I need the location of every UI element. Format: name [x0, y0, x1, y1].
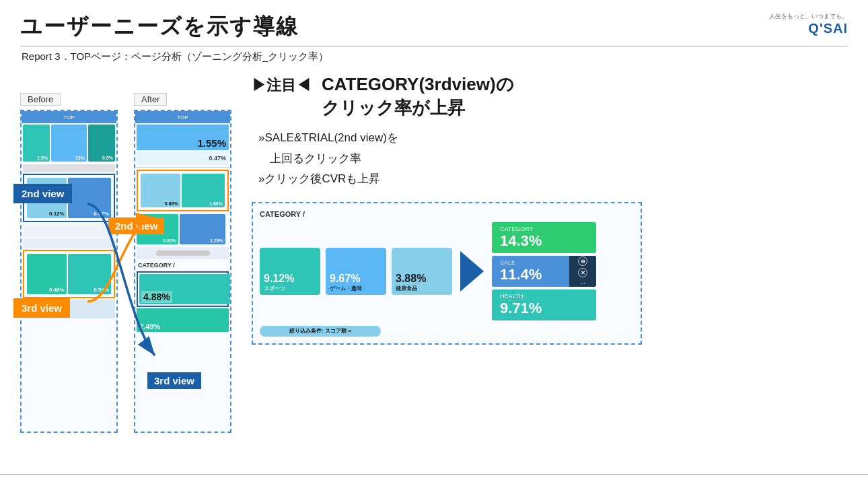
sub-insight-1: »SALE&TRIAL(2nd view)を: [258, 128, 848, 149]
before-block-1c: 0.5%: [88, 125, 115, 162]
before-phone: TOP 1.9% 13% 0.5%: [20, 110, 118, 433]
after-2nd-view-label: 2nd view: [108, 217, 164, 234]
after-top-bar: TOP: [135, 111, 230, 123]
after-category-label: CATEGORY /: [135, 261, 230, 270]
content-area: Before TOP 1.9% 13%: [20, 73, 848, 433]
sub-insights: »SALE&TRIAL(2nd view)を 上回るクリック率 »クリック後CV…: [258, 128, 848, 190]
category-result-row: 9.12% スポーツ 9.67% ゲーム・趣味 3.88% 健康食品: [260, 222, 634, 320]
result-health: HEALTH 9.71%: [492, 289, 596, 320]
after-2nd-a: 0.88%: [141, 174, 180, 207]
after-sale-block: 1.55%: [137, 125, 229, 150]
cat-item-2: 9.67% ゲーム・趣味: [326, 248, 386, 295]
after-label: After: [134, 93, 167, 106]
main-insight-block: CATEGORY(3rdview)のクリック率が上昇: [322, 73, 514, 120]
results-column: CATEGORY 14.3% SALE 11.4%: [492, 222, 596, 320]
cat-pct-1: 9.12%: [264, 273, 294, 285]
before-nav-bar: [23, 164, 115, 172]
logo-caption: 人生をもっと、いつまでも。: [769, 12, 848, 21]
bottom-line: [0, 474, 868, 475]
before-block-1b: 13%: [51, 125, 87, 162]
cat-item-1: 9.12% スポーツ: [260, 248, 320, 295]
before-3rd-a: 0.48%: [27, 254, 67, 294]
after-2nd-b: 1.86%: [182, 174, 225, 207]
main-insight-text: CATEGORY(3rdview)のクリック率が上昇: [322, 73, 514, 120]
cat-pct-2: 9.67%: [330, 273, 360, 285]
before-label: Before: [20, 93, 61, 106]
sale-overlay: ⊖ ✕ …: [569, 256, 596, 287]
before-3rd-b: 0.54%: [68, 254, 111, 294]
subtitle: Report 3．TOPページ：ページ分析（ゾーニング分析_クリック率）: [20, 46, 848, 63]
before-row1: 1.9% 13% 0.5%: [22, 123, 116, 163]
after-3rd-view-label: 3rd view: [147, 372, 201, 389]
after-sub-pct: 0.47%: [137, 151, 229, 165]
cat-item-3: 3.88% 健康食品: [392, 248, 452, 295]
before-top-bar: TOP: [22, 111, 116, 123]
before-block-1a: 1.9%: [23, 125, 50, 162]
cat-pct-3: 3.88%: [396, 273, 426, 285]
sub-insight-3: »クリック後CVRも上昇: [258, 169, 848, 190]
attention-badge: ▶注目◀: [252, 75, 311, 96]
after-panel: After TOP 1.55% 0.47%: [134, 93, 231, 433]
category-result-label: CATEGORY /: [260, 210, 634, 218]
before-after-section: Before TOP 1.9% 13%: [20, 73, 231, 433]
logo-text: Q'SAI: [808, 21, 848, 36]
sub-insight-2: 上回るクリック率: [258, 149, 848, 170]
main-title: ユーザーニーズを示す導線: [20, 12, 299, 42]
selection-bar: 絞り込み条件: スコア順 ×: [260, 326, 381, 337]
category-result-box: CATEGORY / 9.12% スポーツ 9.67% ゲーム・趣味 3.88%…: [252, 202, 642, 345]
result-arrow: [460, 251, 484, 292]
result-sale: SALE 11.4% ⊖ ✕: [492, 256, 596, 287]
before-3rd-zone: 0.48% 0.54%: [23, 250, 115, 298]
before-2nd-b: 0.57%: [68, 178, 111, 218]
before-3rd-view-label: 3rd view: [13, 298, 70, 318]
after-2nd-zone: 0.88% 1.86%: [137, 170, 229, 211]
page-wrapper: ユーザーニーズを示す導線 人生をもっと、いつまでも。 Q'SAI Report …: [0, 0, 868, 480]
after-3rd-zone: 4.88%: [137, 271, 229, 307]
before-2nd-view-label: 2nd view: [13, 184, 72, 203]
logo-area: 人生をもっと、いつまでも。 Q'SAI: [769, 12, 848, 36]
before-panel: Before TOP 1.9% 13%: [20, 93, 118, 433]
header: ユーザーニーズを示す導線 人生をもっと、いつまでも。 Q'SAI: [20, 12, 848, 42]
insight-area: ▶注目◀ CATEGORY(3rdview)のクリック率が上昇: [252, 73, 848, 120]
right-section: ▶注目◀ CATEGORY(3rdview)のクリック率が上昇 »SALE&TR…: [245, 73, 848, 345]
result-category: CATEGORY 14.3%: [492, 222, 596, 253]
